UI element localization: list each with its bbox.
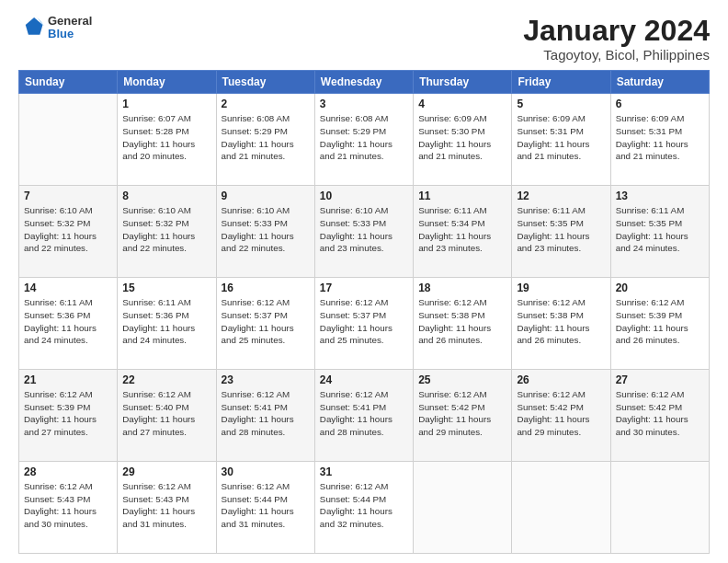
- day-number: 1: [122, 98, 210, 110]
- day-number: 13: [616, 190, 704, 202]
- day-info: Sunrise: 6:12 AM Sunset: 5:44 PM Dayligh…: [222, 480, 310, 531]
- calendar-cell: 11Sunrise: 6:11 AM Sunset: 5:34 PM Dayli…: [414, 186, 512, 278]
- day-info: Sunrise: 6:12 AM Sunset: 5:44 PM Dayligh…: [320, 480, 408, 531]
- calendar-cell: 20Sunrise: 6:12 AM Sunset: 5:39 PM Dayli…: [610, 278, 709, 370]
- calendar-cell: 4Sunrise: 6:09 AM Sunset: 5:30 PM Daylig…: [414, 94, 512, 186]
- day-number: 30: [222, 465, 310, 478]
- logo: General Blue: [18, 15, 92, 41]
- calendar-cell: 2Sunrise: 6:08 AM Sunset: 5:29 PM Daylig…: [216, 94, 314, 186]
- weekday-header-tuesday: Tuesday: [216, 71, 314, 94]
- day-info: Sunrise: 6:12 AM Sunset: 5:42 PM Dayligh…: [418, 388, 506, 439]
- weekday-header-thursday: Thursday: [414, 71, 512, 94]
- calendar-cell: 5Sunrise: 6:09 AM Sunset: 5:31 PM Daylig…: [512, 94, 610, 186]
- day-number: 23: [222, 373, 310, 386]
- calendar-cell: [414, 462, 512, 554]
- calendar-title: January 2024: [523, 15, 710, 47]
- day-info: Sunrise: 6:10 AM Sunset: 5:32 PM Dayligh…: [24, 204, 112, 255]
- calendar-cell: 29Sunrise: 6:12 AM Sunset: 5:43 PM Dayli…: [118, 462, 216, 554]
- day-info: Sunrise: 6:12 AM Sunset: 5:39 PM Dayligh…: [616, 296, 704, 347]
- logo-general: General: [48, 15, 92, 28]
- day-number: 15: [122, 282, 210, 294]
- weekday-header-friday: Friday: [512, 71, 610, 94]
- day-number: 11: [418, 190, 506, 202]
- day-number: 3: [320, 98, 408, 110]
- calendar-cell: 12Sunrise: 6:11 AM Sunset: 5:35 PM Dayli…: [512, 186, 610, 278]
- calendar-cell: 26Sunrise: 6:12 AM Sunset: 5:42 PM Dayli…: [512, 370, 610, 462]
- calendar-cell: 14Sunrise: 6:11 AM Sunset: 5:36 PM Dayli…: [19, 278, 118, 370]
- day-info: Sunrise: 6:12 AM Sunset: 5:37 PM Dayligh…: [222, 296, 310, 347]
- day-info: Sunrise: 6:10 AM Sunset: 5:33 PM Dayligh…: [222, 204, 310, 255]
- calendar-cell: 18Sunrise: 6:12 AM Sunset: 5:38 PM Dayli…: [414, 278, 512, 370]
- day-info: Sunrise: 6:09 AM Sunset: 5:30 PM Dayligh…: [418, 112, 506, 163]
- day-info: Sunrise: 6:09 AM Sunset: 5:31 PM Dayligh…: [517, 112, 605, 163]
- calendar-cell: 27Sunrise: 6:12 AM Sunset: 5:42 PM Dayli…: [610, 370, 709, 462]
- calendar-cell: 10Sunrise: 6:10 AM Sunset: 5:33 PM Dayli…: [314, 186, 413, 278]
- calendar-cell: 31Sunrise: 6:12 AM Sunset: 5:44 PM Dayli…: [314, 462, 413, 554]
- calendar-cell: [512, 462, 610, 554]
- calendar-subtitle: Tagoytoy, Bicol, Philippines: [523, 47, 710, 63]
- calendar-cell: 25Sunrise: 6:12 AM Sunset: 5:42 PM Dayli…: [414, 370, 512, 462]
- day-number: 27: [616, 373, 704, 386]
- day-number: 26: [517, 373, 605, 386]
- day-number: 10: [320, 190, 408, 202]
- day-number: 16: [222, 282, 310, 294]
- calendar-cell: 22Sunrise: 6:12 AM Sunset: 5:40 PM Dayli…: [118, 370, 216, 462]
- weekday-header-sunday: Sunday: [19, 71, 118, 94]
- day-info: Sunrise: 6:12 AM Sunset: 5:37 PM Dayligh…: [320, 296, 408, 347]
- day-number: 25: [418, 373, 506, 386]
- day-number: 12: [517, 190, 605, 202]
- calendar-cell: 17Sunrise: 6:12 AM Sunset: 5:37 PM Dayli…: [314, 278, 413, 370]
- day-number: 14: [24, 282, 112, 294]
- day-number: 17: [320, 282, 408, 294]
- calendar-cell: 24Sunrise: 6:12 AM Sunset: 5:41 PM Dayli…: [314, 370, 413, 462]
- calendar-cell: 28Sunrise: 6:12 AM Sunset: 5:43 PM Dayli…: [19, 462, 118, 554]
- day-number: 28: [24, 465, 112, 478]
- calendar-cell: 8Sunrise: 6:10 AM Sunset: 5:32 PM Daylig…: [118, 186, 216, 278]
- calendar-cell: 13Sunrise: 6:11 AM Sunset: 5:35 PM Dayli…: [610, 186, 709, 278]
- day-info: Sunrise: 6:12 AM Sunset: 5:40 PM Dayligh…: [122, 388, 210, 439]
- day-number: 20: [616, 282, 704, 294]
- day-info: Sunrise: 6:12 AM Sunset: 5:39 PM Dayligh…: [24, 388, 112, 439]
- calendar-cell: 23Sunrise: 6:12 AM Sunset: 5:41 PM Dayli…: [216, 370, 314, 462]
- calendar-cell: 7Sunrise: 6:10 AM Sunset: 5:32 PM Daylig…: [19, 186, 118, 278]
- day-number: 19: [517, 282, 605, 294]
- day-info: Sunrise: 6:11 AM Sunset: 5:35 PM Dayligh…: [616, 204, 704, 255]
- day-number: 21: [24, 373, 112, 386]
- day-info: Sunrise: 6:12 AM Sunset: 5:38 PM Dayligh…: [517, 296, 605, 347]
- calendar-table: SundayMondayTuesdayWednesdayThursdayFrid…: [18, 70, 710, 554]
- weekday-header-wednesday: Wednesday: [314, 71, 413, 94]
- calendar-cell: 15Sunrise: 6:11 AM Sunset: 5:36 PM Dayli…: [118, 278, 216, 370]
- day-number: 31: [320, 465, 408, 478]
- calendar-cell: 30Sunrise: 6:12 AM Sunset: 5:44 PM Dayli…: [216, 462, 314, 554]
- day-info: Sunrise: 6:08 AM Sunset: 5:29 PM Dayligh…: [320, 112, 408, 163]
- day-info: Sunrise: 6:12 AM Sunset: 5:43 PM Dayligh…: [122, 480, 210, 531]
- day-info: Sunrise: 6:12 AM Sunset: 5:41 PM Dayligh…: [222, 388, 310, 439]
- day-info: Sunrise: 6:11 AM Sunset: 5:34 PM Dayligh…: [418, 204, 506, 255]
- day-number: 6: [616, 98, 704, 110]
- logo-icon: [18, 15, 44, 40]
- calendar-cell: [610, 462, 709, 554]
- day-info: Sunrise: 6:08 AM Sunset: 5:29 PM Dayligh…: [222, 112, 310, 163]
- day-info: Sunrise: 6:12 AM Sunset: 5:42 PM Dayligh…: [517, 388, 605, 439]
- calendar-cell: 9Sunrise: 6:10 AM Sunset: 5:33 PM Daylig…: [216, 186, 314, 278]
- day-info: Sunrise: 6:10 AM Sunset: 5:32 PM Dayligh…: [122, 204, 210, 255]
- day-info: Sunrise: 6:09 AM Sunset: 5:31 PM Dayligh…: [616, 112, 704, 163]
- day-info: Sunrise: 6:11 AM Sunset: 5:36 PM Dayligh…: [122, 296, 210, 347]
- calendar-cell: [19, 94, 118, 186]
- calendar-cell: 19Sunrise: 6:12 AM Sunset: 5:38 PM Dayli…: [512, 278, 610, 370]
- page-header: General Blue January 2024 Tagoytoy, Bico…: [18, 15, 710, 63]
- day-info: Sunrise: 6:11 AM Sunset: 5:36 PM Dayligh…: [24, 296, 112, 347]
- logo-blue: Blue: [48, 28, 92, 40]
- day-number: 7: [24, 190, 112, 202]
- weekday-header-saturday: Saturday: [610, 71, 709, 94]
- title-block: January 2024 Tagoytoy, Bicol, Philippine…: [523, 15, 710, 63]
- calendar-cell: 21Sunrise: 6:12 AM Sunset: 5:39 PM Dayli…: [19, 370, 118, 462]
- day-info: Sunrise: 6:07 AM Sunset: 5:28 PM Dayligh…: [122, 112, 210, 163]
- day-number: 18: [418, 282, 506, 294]
- day-number: 8: [122, 190, 210, 202]
- calendar-cell: 3Sunrise: 6:08 AM Sunset: 5:29 PM Daylig…: [314, 94, 413, 186]
- day-number: 5: [517, 98, 605, 110]
- logo-text: General Blue: [48, 15, 92, 41]
- calendar-cell: 1Sunrise: 6:07 AM Sunset: 5:28 PM Daylig…: [118, 94, 216, 186]
- day-info: Sunrise: 6:12 AM Sunset: 5:38 PM Dayligh…: [418, 296, 506, 347]
